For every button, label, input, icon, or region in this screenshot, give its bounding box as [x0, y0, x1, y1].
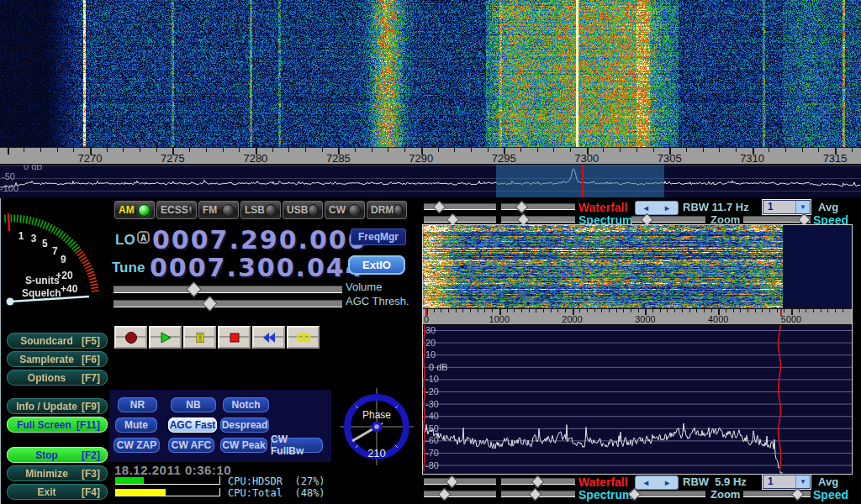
mode-button-am[interactable]: AM [114, 201, 155, 219]
dsp-button-nr[interactable]: NR [118, 397, 157, 412]
dsp-button-cw-peak[interactable]: CW Peak [220, 438, 267, 453]
rf-scale-label: 7280 [243, 152, 267, 165]
dsp-button-cw-fullbw[interactable]: CW FullBw [271, 438, 323, 453]
dsp-button-despread[interactable]: Despread [220, 417, 269, 433]
chevron-down-icon[interactable]: ▾ [795, 201, 810, 213]
chevron-down-icon[interactable]: ▾ [795, 475, 810, 488]
rf-spectrum-trace[interactable] [0, 165, 861, 197]
datetime-display: 18.12.2011 0:36:10 [114, 463, 231, 477]
rf-scale-label: 7310 [740, 152, 764, 165]
transport-rewind-button[interactable] [252, 326, 285, 349]
button-full-screen[interactable]: Full Screen[F11] [7, 417, 108, 433]
af-db-label: -40 [425, 411, 439, 421]
agc-threshold-label: AGC Thresh. [346, 295, 409, 307]
button-label: Stop [14, 449, 79, 461]
cpu-label: CPU:HDSDR (27%) [228, 475, 325, 487]
s-meter: 13579+20+40 S-units Squelch [2, 202, 108, 336]
af-db-label: 10 [425, 349, 436, 360]
volume-label: Volume [346, 281, 382, 293]
mode-label: ECSS [161, 204, 188, 216]
mode-button-usb[interactable]: USB [283, 201, 323, 219]
af-spectrum-display[interactable] [423, 325, 852, 474]
mode-button-drm[interactable]: DRM [367, 201, 407, 219]
af-db-label: -60 [425, 435, 439, 445]
dsp-button-cw-zap[interactable]: CW ZAP [114, 438, 160, 453]
af-floor-slider[interactable] [424, 489, 496, 499]
rf-brightness-slider[interactable] [424, 202, 496, 212]
af-db-label: -80 [425, 460, 439, 470]
dsp-button-nb[interactable]: NB [171, 397, 216, 412]
phase-value: 210 [367, 447, 386, 459]
af-contrast-slider[interactable] [501, 476, 575, 486]
rf-avg-select[interactable]: 1▾ [763, 200, 811, 214]
rf-zoom-slider[interactable] [631, 214, 705, 224]
transport-loop-button[interactable] [287, 326, 320, 349]
arrow-left-icon[interactable]: ◂ [644, 203, 648, 213]
af-shift-spinner[interactable]: ◂▸ [635, 475, 679, 490]
lo-frequency-display[interactable]: 0007.290.000 [152, 225, 367, 255]
rf-spectrum-display[interactable]: 0 dB -50 -100 [0, 165, 861, 198]
s-meter-scale-label: 5 [42, 238, 48, 249]
button-info-update[interactable]: Info / Update[F9] [7, 398, 108, 414]
button-soundcard[interactable]: Soundcard[F5] [7, 333, 108, 349]
af-zoom-slider[interactable] [631, 489, 705, 499]
af-speed-label: Speed [813, 488, 848, 501]
rf-frequency-scale[interactable]: 7270727572807285729072957300730573107315 [0, 147, 861, 165]
extio-button[interactable]: ExtIO [348, 255, 405, 275]
af-brightness-slider[interactable] [424, 476, 496, 486]
transport-pause-button[interactable] [183, 326, 216, 349]
lo-auto-badge[interactable]: A [137, 231, 150, 244]
rf-waterfall-display[interactable] [0, 0, 861, 147]
dsp-button-cw-afc[interactable]: CW AFC [168, 438, 214, 453]
rf-db-label: -100 [0, 183, 18, 193]
button-stop[interactable]: Stop[F2] [7, 447, 108, 463]
transport-record-button[interactable] [114, 326, 147, 349]
rf-floor-slider[interactable] [424, 214, 496, 224]
tune-frequency-display[interactable]: 0007.300.044 [150, 253, 365, 282]
tune-label: Tune [112, 260, 145, 276]
passband-highlight[interactable] [496, 165, 664, 197]
volume-slider[interactable] [114, 283, 342, 296]
mode-button-lsb[interactable]: LSB [240, 201, 281, 219]
af-speed-slider[interactable] [743, 489, 811, 499]
rf-range-slider[interactable] [501, 214, 575, 224]
mode-label: LSB [245, 204, 265, 216]
af-scale-label: 4000 [708, 314, 728, 324]
mode-button-fm[interactable]: FM [198, 201, 239, 219]
rf-contrast-slider[interactable] [501, 202, 575, 212]
mode-button-ecss[interactable]: ECSS [156, 201, 197, 219]
agc-threshold-slider[interactable] [114, 297, 342, 310]
af-waterfall-display[interactable] [423, 225, 852, 308]
af-frequency-scale[interactable]: 010002000300040005000 [423, 308, 852, 325]
af-db-label: -70 [425, 448, 439, 458]
transport-play-button[interactable] [149, 326, 182, 349]
phase-label: Phase [362, 409, 391, 421]
button-label: Options [14, 372, 79, 384]
button-options[interactable]: Options[F7] [7, 370, 108, 386]
button-minimize[interactable]: Minimize[F3] [7, 465, 108, 481]
rf-shift-spinner[interactable]: ◂▸ [635, 201, 679, 215]
rf-db-label: -50 [2, 171, 15, 181]
stop-icon [226, 331, 243, 344]
dsp-button-agc-fast[interactable]: AGC Fast [168, 417, 217, 433]
mode-label: FM [203, 204, 217, 216]
dsp-button-notch[interactable]: Notch [223, 397, 269, 412]
mode-button-cw[interactable]: CW [325, 201, 365, 219]
phase-dial[interactable]: Phase 210 [338, 383, 415, 467]
arrow-right-icon[interactable]: ▸ [665, 478, 669, 487]
arrow-right-icon[interactable]: ▸ [665, 203, 669, 213]
button-samplerate[interactable]: Samplerate[F6] [7, 351, 108, 367]
dsp-button-mute[interactable]: Mute [115, 417, 157, 433]
button-exit[interactable]: Exit[F4] [7, 484, 108, 500]
freqmgr-button[interactable]: FreqMgr [351, 228, 406, 245]
mode-label: USB [287, 204, 308, 216]
arrow-left-icon[interactable]: ◂ [644, 478, 648, 487]
af-avg-select[interactable]: 1▾ [763, 475, 811, 489]
rewind-icon [261, 331, 277, 344]
af-db-label: 0 dB [429, 362, 448, 372]
rf-speed-slider[interactable] [743, 214, 811, 224]
af-range-slider[interactable] [501, 489, 575, 499]
af-db-label: -50 [425, 423, 439, 433]
squelch-slider-knob[interactable] [7, 298, 14, 306]
transport-stop-button[interactable] [218, 326, 251, 349]
